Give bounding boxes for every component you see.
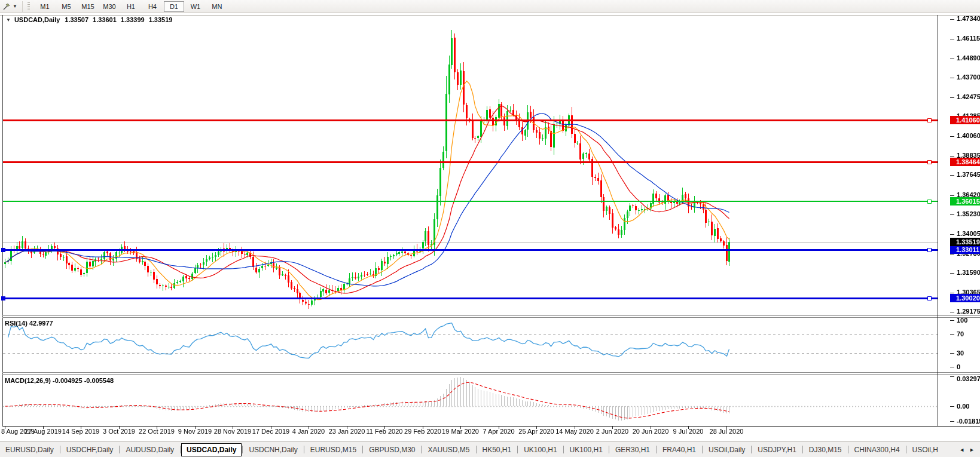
toolbar-separator (22, 1, 23, 12)
price-axis-tick: 1.43700 (957, 73, 979, 81)
period-button-m1[interactable]: M1 (35, 1, 55, 12)
macd-indicator-label: MACD(12,26,9) -0.004925 -0.005548 (5, 377, 114, 384)
symbol-dropdown-caret-icon[interactable]: ▼ (6, 17, 11, 23)
ohlc-low-value: 1.33399 (121, 16, 145, 23)
macd-scale-label: 0.032972 (957, 375, 980, 383)
symbol-tab-bar: EURUSD,DailyUSDCHF,DailyAUDUSD,DailyUSDC… (0, 441, 980, 457)
tab-separator (751, 446, 752, 453)
tab-usdcnh-daily[interactable]: USDCNH,Daily (243, 444, 303, 456)
tab-gbpusd-m30[interactable]: GBPUSD,M30 (364, 444, 420, 456)
tab-ger30-h1[interactable]: GER30,H1 (610, 444, 655, 456)
period-button-m15[interactable]: M15 (78, 1, 98, 12)
tab-usdcad-daily[interactable]: USDCAD,Daily (181, 443, 242, 456)
hline-price-badge: 1.30020 (950, 294, 980, 302)
period-button-w1[interactable]: W1 (185, 1, 206, 12)
tab-separator (517, 446, 518, 453)
tab-separator (906, 446, 906, 453)
periodicity-toolbar: ▼ M1M5M15M30H1H4D1W1MN (0, 0, 980, 13)
tab-separator (609, 446, 609, 453)
rsi-scale-label: 70 (957, 330, 964, 338)
macd-scale-label: 0.00 (957, 403, 969, 410)
hline-price-badge: 1.38464 (950, 158, 980, 166)
tab-separator (362, 446, 363, 453)
tab-fra40-h1[interactable]: FRA40,H1 (657, 444, 701, 456)
tab-dj30-m15[interactable]: DJ30,M15 (804, 444, 847, 456)
tab-usoil-daily[interactable]: USOil,Daily (703, 444, 750, 456)
rsi-scale-label: 30 (957, 349, 964, 357)
rsi-scale-label: 100 (957, 317, 967, 324)
trading-platform-screen: ▼ M1M5M15M30H1H4D1W1MN ▼ USDCAD,Daily 1.… (0, 0, 980, 457)
tab-eurusd-daily[interactable]: EURUSD,Daily (0, 444, 59, 456)
tab-usoil-h[interactable]: USOil,H (907, 444, 944, 456)
toolbar-grip[interactable] (28, 2, 30, 11)
tab-scroll-left-icon[interactable]: ◄ (959, 447, 964, 453)
chart-header: ▼ USDCAD,Daily 1.33507 1.33601 1.33399 1… (5, 16, 176, 23)
price-axis-tick: 1.29175 (957, 308, 979, 315)
tab-eurusd-m15[interactable]: EURUSD,M15 (305, 444, 362, 456)
hline-price-badge: 1.36015 (950, 197, 980, 206)
tab-separator (304, 446, 304, 453)
tool-dropdown-caret-icon[interactable]: ▼ (13, 4, 17, 9)
tab-separator (702, 446, 703, 453)
period-buttons-group: M1M5M15M30H1H4D1W1MN (34, 1, 228, 12)
tab-audusd-daily[interactable]: AUDUSD,Daily (120, 444, 179, 456)
tab-separator (802, 446, 803, 453)
tab-scroll-arrows: ◄► (954, 447, 980, 453)
tab-usdchf-daily[interactable]: USDCHF,Daily (61, 444, 119, 456)
line-tool-icon[interactable] (2, 2, 11, 11)
period-button-h4[interactable]: H4 (142, 1, 163, 12)
ohlc-high-value: 1.33601 (93, 16, 117, 23)
tab-separator (563, 446, 564, 453)
tab-uk100-h1[interactable]: UK100,H1 (564, 444, 608, 456)
price-axis-tick: 1.40060 (957, 132, 979, 140)
price-axis-tick: 1.31590 (957, 269, 979, 277)
tab-separator (119, 446, 120, 453)
period-button-m30[interactable]: M30 (99, 1, 120, 12)
ohlc-close-value: 1.33519 (149, 16, 173, 23)
rsi-scale-label: 0 (957, 363, 960, 371)
price-axis-tick: 1.44890 (957, 54, 979, 62)
period-button-mn[interactable]: MN (207, 1, 227, 12)
time-axis-label: 28 Jul 2020 (698, 428, 755, 435)
tab-scroll-right-icon[interactable]: ► (969, 447, 975, 453)
hline-price-badge: 1.41060 (950, 116, 980, 124)
period-button-d1[interactable]: D1 (164, 1, 184, 12)
price-axis-tick: 1.35230 (957, 210, 979, 218)
period-button-h1[interactable]: H1 (121, 1, 141, 12)
tab-separator (476, 446, 477, 453)
chart-canvas[interactable] (0, 0, 980, 457)
tab-separator (656, 446, 657, 453)
bid-price-badge: 1.33519 (950, 238, 980, 246)
tab-separator (242, 446, 243, 453)
chart-symbol-label: USDCAD,Daily (14, 16, 60, 23)
tab-separator (421, 446, 422, 453)
price-axis-tick: 1.46115 (957, 35, 979, 42)
macd-scale-label: -0.018154 (957, 418, 980, 425)
price-axis-tick: 1.37645 (957, 171, 979, 179)
tab-separator (848, 446, 848, 453)
tab-xauusd-m5[interactable]: XAUUSD,M5 (422, 444, 475, 456)
hline-price-badge: 1.33011 (950, 246, 980, 254)
rsi-indicator-label: RSI(14) 42.9977 (5, 320, 53, 327)
period-button-m5[interactable]: M5 (56, 1, 77, 12)
tab-uk100-h1[interactable]: UK100,H1 (518, 444, 562, 456)
tab-separator (60, 446, 60, 453)
tab-china300-h4[interactable]: CHINA300,H4 (849, 444, 905, 456)
price-axis-tick: 1.34005 (957, 230, 979, 238)
price-axis-tick: 1.47340 (957, 15, 979, 23)
ohlc-open-value: 1.33507 (65, 16, 88, 23)
tab-separator (180, 446, 181, 453)
tab-hk50-h1[interactable]: HK50,H1 (477, 444, 517, 456)
tab-usdjpy-h1[interactable]: USDJPY,H1 (752, 444, 801, 456)
price-axis-tick: 1.42475 (957, 93, 979, 101)
